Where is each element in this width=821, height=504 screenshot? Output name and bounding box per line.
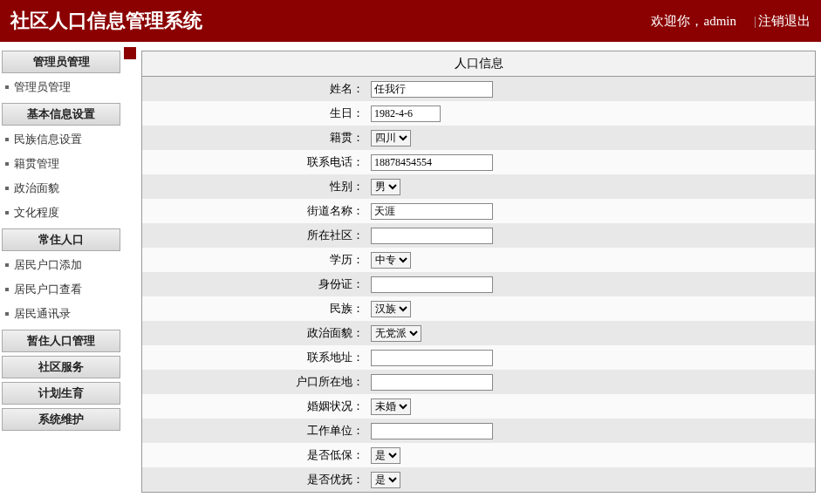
bullet-icon (5, 187, 9, 190)
app-title: 社区人口信息管理系统 (10, 8, 202, 34)
form-row: 联系电话： (142, 150, 815, 174)
main-content: 人口信息 姓名：生日：籍贯：四川联系电话：性别：男街道名称：所在社区：学历：中专… (141, 42, 821, 493)
select-input[interactable]: 汉族 (371, 301, 411, 317)
select-input[interactable]: 中专 (371, 252, 411, 269)
text-input[interactable] (371, 106, 441, 122)
form-row: 身份证： (142, 272, 815, 296)
field-label: 联系地址： (142, 350, 369, 365)
sidebar-item-label: 管理员管理 (14, 79, 71, 95)
header-right: 欢迎你，admin |注销退出 (651, 13, 811, 30)
sidebar-section-header[interactable]: 系统维护 (2, 408, 120, 431)
sidebar-item[interactable]: 民族信息设置 (0, 127, 122, 152)
field-label: 街道名称： (142, 203, 369, 219)
form-row: 工作单位： (142, 419, 815, 443)
text-input[interactable] (371, 374, 493, 391)
logout-link[interactable]: |注销退出 (754, 13, 811, 30)
select-input[interactable]: 四川 (371, 130, 411, 146)
field-label: 学历： (142, 252, 369, 268)
form-row: 是否低保：是 (142, 443, 815, 467)
sidebar-section-header[interactable]: 管理员管理 (2, 51, 120, 73)
text-input[interactable] (371, 81, 493, 98)
select-input[interactable]: 无党派 (371, 325, 421, 342)
sidebar-item-label: 文化程度 (14, 205, 59, 221)
sidebar-item-label: 籍贯管理 (14, 156, 59, 172)
field-label: 政治面貌： (142, 325, 369, 341)
form-row: 性别：男 (142, 174, 815, 199)
select-input[interactable]: 是 (371, 472, 400, 488)
form-row: 街道名称： (142, 199, 815, 223)
sidebar-section-header[interactable]: 社区服务 (2, 356, 120, 378)
form-row: 生日： (142, 101, 815, 126)
app-header: 社区人口信息管理系统 欢迎你，admin |注销退出 (0, 0, 821, 42)
sidebar-item[interactable]: 居民户口添加 (0, 253, 122, 277)
sidebar-item-label: 居民户口添加 (14, 257, 82, 273)
field-input-cell: 男 (369, 179, 815, 195)
field-input-cell: 四川 (369, 130, 815, 146)
field-input-cell: 汉族 (369, 301, 815, 317)
field-label: 所在社区： (142, 228, 369, 243)
bullet-icon (5, 288, 9, 291)
text-input[interactable] (371, 228, 493, 244)
text-input[interactable] (371, 423, 493, 439)
field-label: 民族： (142, 301, 369, 317)
sidebar-section-header[interactable]: 暂住人口管理 (2, 330, 120, 352)
form-row: 婚姻状况：未婚 (142, 394, 815, 419)
form-row: 民族：汉族 (142, 296, 815, 321)
sidebar-item[interactable]: 居民户口查看 (0, 277, 122, 302)
bullet-icon (5, 211, 9, 215)
field-input-cell (369, 374, 815, 391)
field-input-cell: 中专 (369, 252, 815, 269)
field-input-cell (369, 228, 815, 244)
field-label: 联系电话： (142, 154, 369, 170)
bullet-icon (5, 85, 9, 89)
bullet-icon (5, 162, 9, 166)
field-label: 性别： (142, 179, 369, 194)
field-input-cell (369, 106, 815, 122)
sidebar-item-label: 政治面貌 (14, 180, 59, 196)
form-row: 籍贯：四川 (142, 126, 815, 150)
field-label: 是否低保： (142, 447, 369, 463)
sidebar-item-label: 民族信息设置 (14, 132, 82, 147)
select-input[interactable]: 是 (371, 447, 400, 464)
field-label: 身份证： (142, 276, 369, 292)
bullet-icon (5, 312, 9, 316)
text-input[interactable] (371, 276, 493, 293)
form-row: 是否优抚：是 (142, 467, 815, 492)
sidebar-section-header[interactable]: 基本信息设置 (2, 103, 120, 126)
field-input-cell (369, 81, 815, 98)
sidebar-item[interactable]: 居民通讯录 (0, 302, 122, 326)
sidebar-item-label: 居民通讯录 (14, 306, 71, 322)
field-label: 姓名： (142, 81, 369, 97)
form-row: 姓名： (142, 77, 815, 101)
text-input[interactable] (371, 203, 493, 220)
text-input[interactable] (371, 350, 493, 366)
form-row: 所在社区： (142, 223, 815, 248)
field-input-cell: 是 (369, 472, 815, 488)
welcome-text: 欢迎你，admin (651, 13, 736, 30)
field-label: 生日： (142, 106, 369, 121)
field-input-cell: 是 (369, 447, 815, 464)
field-input-cell (369, 203, 815, 220)
sidebar-section-header[interactable]: 计划生育 (2, 382, 120, 405)
form-row: 联系地址： (142, 345, 815, 370)
text-input[interactable] (371, 154, 493, 171)
form-row: 政治面貌：无党派 (142, 321, 815, 345)
sidebar-item[interactable]: 政治面貌 (0, 176, 122, 201)
field-label: 户口所在地： (142, 374, 369, 390)
select-input[interactable]: 男 (371, 179, 400, 195)
field-input-cell (369, 350, 815, 366)
bullet-icon (5, 263, 9, 267)
form-row: 学历：中专 (142, 248, 815, 272)
field-label: 籍贯： (142, 130, 369, 146)
collapse-toggle[interactable] (124, 47, 136, 59)
form-title: 人口信息 (142, 51, 815, 77)
form-row: 户口所在地： (142, 370, 815, 394)
sidebar-item[interactable]: 文化程度 (0, 201, 122, 225)
bullet-icon (5, 138, 9, 141)
sidebar-item-label: 居民户口查看 (14, 282, 82, 297)
sidebar-section-header[interactable]: 常住人口 (2, 228, 120, 251)
select-input[interactable]: 未婚 (371, 398, 411, 415)
field-label: 是否优抚： (142, 472, 369, 487)
sidebar-item[interactable]: 籍贯管理 (0, 152, 122, 176)
sidebar-item[interactable]: 管理员管理 (0, 75, 122, 99)
